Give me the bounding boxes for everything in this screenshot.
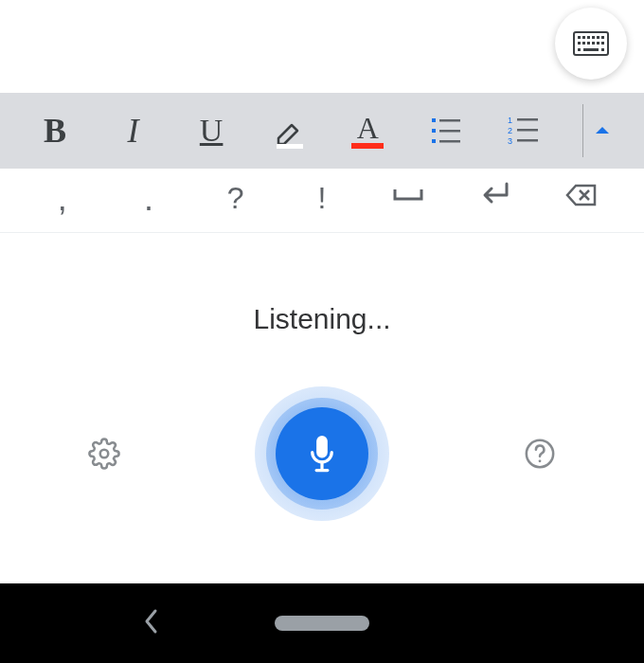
enter-button[interactable] <box>467 178 524 220</box>
svg-rect-19 <box>432 129 436 133</box>
svg-rect-15 <box>601 48 604 51</box>
svg-point-34 <box>539 459 542 462</box>
svg-text:1: 1 <box>508 116 512 125</box>
svg-rect-9 <box>587 42 590 45</box>
svg-rect-5 <box>597 36 599 39</box>
exclaim-button[interactable]: ! <box>294 181 350 216</box>
svg-rect-21 <box>432 139 436 143</box>
caret-up-icon <box>594 122 611 139</box>
content-area <box>0 0 644 93</box>
highlight-icon <box>271 112 309 150</box>
period-button[interactable]: . <box>120 182 177 216</box>
svg-rect-18 <box>439 119 460 122</box>
format-toolbar: B I U A 1 2 3 <box>0 93 644 169</box>
svg-rect-2 <box>582 36 585 39</box>
svg-rect-30 <box>316 436 328 457</box>
dictation-controls <box>0 386 644 521</box>
back-button[interactable] <box>142 607 161 639</box>
svg-rect-13 <box>578 48 581 51</box>
highlight-button[interactable] <box>261 102 318 159</box>
punctuation-bar: , . ? ! <box>0 165 644 233</box>
back-icon <box>142 607 161 636</box>
gear-icon <box>88 438 120 470</box>
svg-rect-16 <box>277 144 303 149</box>
question-button[interactable]: ? <box>207 181 264 216</box>
svg-rect-7 <box>578 42 581 45</box>
svg-point-29 <box>100 450 109 458</box>
svg-rect-24 <box>517 118 538 121</box>
svg-rect-20 <box>439 130 460 133</box>
svg-rect-3 <box>587 36 590 39</box>
svg-rect-17 <box>432 118 436 122</box>
dictation-status: Listening... <box>253 303 390 335</box>
settings-button[interactable] <box>83 433 125 475</box>
svg-text:3: 3 <box>508 136 512 146</box>
italic-button[interactable]: I <box>105 102 162 159</box>
comma-button[interactable]: , <box>34 182 91 216</box>
svg-rect-28 <box>517 139 538 142</box>
enter-icon <box>478 178 512 212</box>
svg-rect-10 <box>592 42 595 45</box>
font-color-swatch <box>351 143 384 149</box>
svg-rect-6 <box>601 36 604 39</box>
numbered-list-icon: 1 2 3 <box>508 115 540 147</box>
microphone-button[interactable] <box>255 386 389 521</box>
bulleted-list-button[interactable] <box>418 102 474 159</box>
svg-text:2: 2 <box>508 126 512 135</box>
numbered-list-button[interactable]: 1 2 3 <box>495 102 552 159</box>
svg-rect-26 <box>517 129 538 132</box>
underline-button[interactable]: U <box>183 102 240 159</box>
svg-rect-11 <box>597 42 599 45</box>
font-color-glyph: A <box>357 113 379 143</box>
backspace-icon <box>564 178 599 212</box>
space-icon <box>391 178 425 212</box>
android-nav-bar <box>0 583 644 663</box>
svg-rect-22 <box>439 140 460 143</box>
svg-rect-8 <box>582 42 585 45</box>
svg-rect-12 <box>601 42 604 45</box>
dictation-panel: Listening... <box>0 233 644 583</box>
keyboard-icon <box>573 31 609 56</box>
font-color-button[interactable]: A <box>339 102 396 159</box>
help-icon <box>524 438 556 470</box>
backspace-button[interactable] <box>553 178 610 220</box>
microphone-icon <box>305 433 339 475</box>
svg-rect-14 <box>583 48 599 51</box>
help-button[interactable] <box>519 433 561 475</box>
space-button[interactable] <box>380 178 437 220</box>
svg-rect-4 <box>592 36 595 39</box>
svg-rect-1 <box>578 36 581 39</box>
home-button[interactable] <box>275 616 369 631</box>
bulleted-list-icon <box>430 115 462 147</box>
expand-toolbar-button[interactable] <box>574 102 631 159</box>
bold-button[interactable]: B <box>27 102 83 159</box>
keyboard-toggle-button[interactable] <box>555 8 627 80</box>
